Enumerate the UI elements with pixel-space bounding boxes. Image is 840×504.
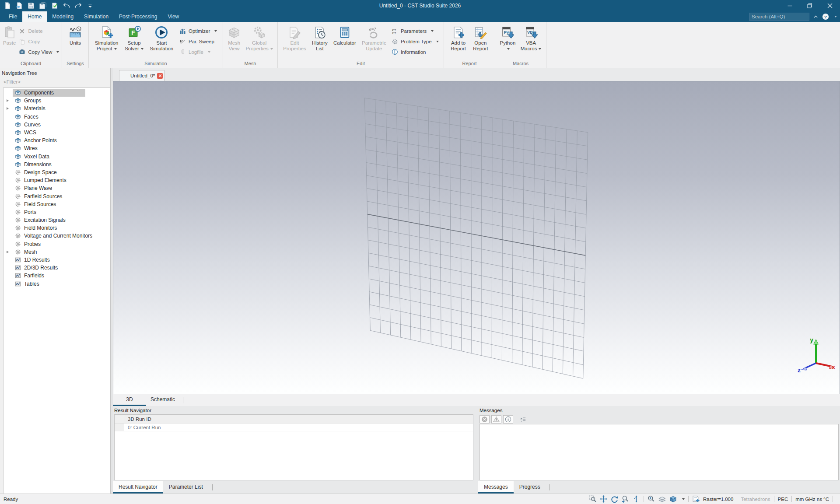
simulation-project-button[interactable]: SimulationProject	[94, 23, 120, 60]
mesh-cells-icon[interactable]	[692, 495, 700, 503]
tree-item-wires[interactable]: Wires	[4, 144, 110, 152]
menu-tab-modeling[interactable]: Modeling	[47, 11, 79, 22]
tree-item-farfield-sources[interactable]: Farfield Sources	[4, 192, 110, 200]
menu-tab-file[interactable]: File	[4, 11, 22, 22]
dropdown-arrow-icon[interactable]	[682, 498, 685, 500]
run-id-column-header[interactable]: 3D Run ID	[124, 416, 151, 422]
tree-item-lumped-elements[interactable]: Lumped Elements	[4, 176, 110, 184]
tree-item-voxel-data[interactable]: Voxel Data	[4, 153, 110, 161]
tree-item-probes[interactable]: Probes	[4, 240, 110, 248]
view-tab-3d[interactable]: 3D	[113, 394, 146, 406]
tree-item-wcs[interactable]: WCS	[4, 129, 110, 136]
python-button[interactable]: PyPython	[498, 23, 517, 60]
calculator-button[interactable]: Calculator	[332, 23, 357, 60]
open-button[interactable]	[15, 2, 23, 10]
new-file-button[interactable]	[4, 2, 11, 10]
panel-tab-progress[interactable]: Progress	[514, 481, 546, 494]
tree-item-field-sources[interactable]: Field Sources	[4, 200, 110, 208]
dynamic-zoom-icon[interactable]	[622, 495, 629, 503]
expand-arrow-icon[interactable]	[7, 107, 9, 110]
tree-item-2d-3d-results[interactable]: 2D/3D Results	[4, 264, 110, 272]
zoom-select-icon[interactable]	[589, 495, 596, 503]
tree-item-design-space[interactable]: Design Space	[4, 168, 110, 176]
paste-button[interactable]: Paste	[2, 23, 18, 60]
parametric-update-button[interactable]: a=?ParametricUpdate	[360, 23, 388, 60]
problem-type-button[interactable]: Problem Type	[392, 38, 439, 45]
copy-button[interactable]: Copy	[19, 38, 40, 45]
tree-item-groups[interactable]: Groups	[4, 97, 110, 105]
tree-item-materials[interactable]: Materials	[4, 105, 110, 112]
parameters-button[interactable]: a=?x=?Parameters	[392, 28, 434, 35]
units-button[interactable]: Units	[67, 23, 83, 60]
help-dropdown-arrow-icon[interactable]	[834, 16, 837, 18]
search-input[interactable]	[749, 14, 801, 19]
tree-item-dimensions[interactable]: Dimensions	[4, 161, 110, 168]
tree-item-tables[interactable]: Tables	[4, 280, 110, 288]
filter-funnel-icon[interactable]	[115, 415, 124, 423]
spin-icon[interactable]	[633, 495, 640, 503]
tree-item-voltage-and-current-monitors[interactable]: Voltage and Current Monitors	[4, 232, 110, 240]
tree-filter-input[interactable]: <Filter>	[0, 77, 110, 87]
tree-item-farfields[interactable]: Farfields	[4, 272, 110, 280]
save-all-button[interactable]	[39, 2, 47, 10]
search-icon[interactable]	[801, 14, 807, 20]
file-check-button[interactable]	[51, 2, 59, 10]
messages-close-icon[interactable]	[832, 408, 836, 413]
menu-tab-simulation[interactable]: Simulation	[79, 11, 114, 22]
tree-item-faces[interactable]: Faces	[4, 113, 110, 121]
help-button[interactable]: ?	[822, 13, 829, 20]
msg-options-button[interactable]	[518, 415, 528, 424]
msg-error-button[interactable]	[480, 415, 490, 424]
information-button[interactable]: Information	[392, 49, 426, 55]
units-value[interactable]: mm GHz ns °C	[795, 497, 829, 502]
global-properties-button[interactable]: GlobalProperties	[244, 23, 274, 60]
mesh-view-button[interactable]: MeshView	[226, 23, 242, 60]
tree-item-curves[interactable]: Curves	[4, 121, 110, 129]
tree-item-plane-wave[interactable]: Plane Wave	[4, 184, 110, 192]
view-cube-icon[interactable]	[669, 495, 677, 503]
save-button[interactable]	[27, 2, 35, 10]
document-tab-close-button[interactable]	[157, 73, 163, 79]
start-simulation-button[interactable]: StartSimulation	[149, 23, 175, 60]
clipping-plane-icon[interactable]	[658, 495, 666, 503]
minimize-button[interactable]	[780, 0, 800, 11]
msg-info-button[interactable]	[503, 415, 513, 424]
viewport-3d[interactable]: y x z	[113, 81, 840, 394]
result-navigator-close-icon[interactable]	[467, 408, 471, 413]
par-sweep-button[interactable]: Par. Sweep	[179, 38, 214, 45]
delete-button[interactable]: Delete	[19, 28, 42, 35]
expand-arrow-icon[interactable]	[7, 99, 9, 102]
menu-tab-view[interactable]: View	[162, 11, 184, 22]
edit-properties-button[interactable]: EditProperties	[282, 23, 307, 60]
tree-item-anchor-points[interactable]: Anchor Points	[4, 136, 110, 144]
raster-value[interactable]: Raster=1.000	[703, 497, 733, 502]
background-material-value[interactable]: PEC	[778, 497, 788, 502]
tree-item-excitation-signals[interactable]: Excitation Signals	[4, 216, 110, 224]
panel-tab-parameter-list[interactable]: Parameter List	[163, 481, 209, 494]
collapse-ribbon-button[interactable]	[813, 14, 819, 20]
setup-solver-button[interactable]: FSetupSolver	[123, 23, 145, 60]
rotate-icon[interactable]	[611, 495, 618, 503]
logfile-button[interactable]: Logfile	[179, 49, 210, 55]
menu-tab-post-processing[interactable]: Post-Processing	[114, 11, 162, 22]
document-tab[interactable]: Untitled_0*	[119, 70, 164, 81]
history-list-button[interactable]: HistoryList	[311, 23, 329, 60]
copy-view-button[interactable]: Copy View	[19, 49, 59, 55]
panel-tab-messages[interactable]: Messages	[478, 481, 514, 494]
tree-item-1d-results[interactable]: 1D Results	[4, 256, 110, 264]
pan-icon[interactable]	[600, 495, 607, 503]
navigation-tree-close-icon[interactable]	[102, 71, 107, 75]
vba-macros-button[interactable]: VBVBAMacros	[519, 23, 543, 60]
open-report-button[interactable]: OpenReport	[472, 23, 490, 60]
search-box[interactable]	[749, 13, 809, 21]
undo-button[interactable]	[63, 2, 70, 10]
tree-item-components[interactable]: Components	[4, 89, 110, 97]
mesh-type-value[interactable]: Tetrahedrons	[741, 497, 770, 502]
expand-arrow-icon[interactable]	[7, 251, 9, 253]
close-window-button[interactable]	[820, 0, 840, 11]
view-tab-schematic[interactable]: Schematic	[146, 394, 179, 406]
result-row-current-run[interactable]: 0: Current Run	[115, 424, 473, 431]
menu-tab-home[interactable]: Home	[22, 11, 47, 22]
panel-tab-result-navigator[interactable]: Result Navigator	[113, 481, 163, 494]
restore-button[interactable]	[800, 0, 820, 11]
